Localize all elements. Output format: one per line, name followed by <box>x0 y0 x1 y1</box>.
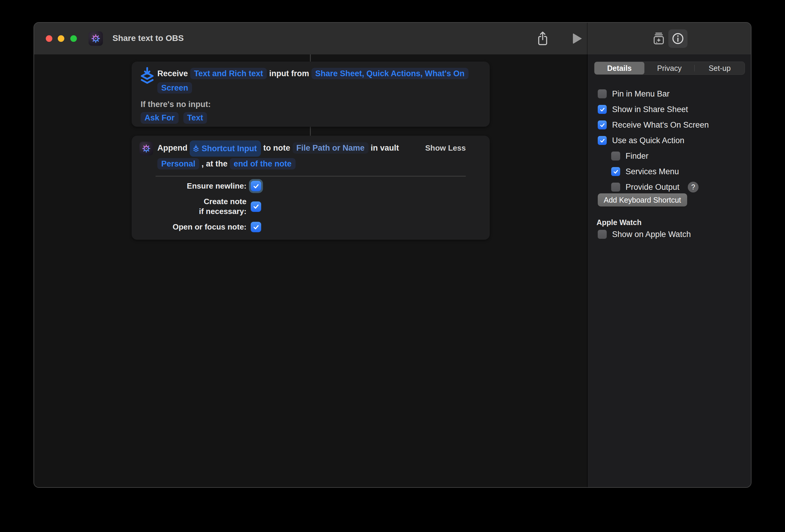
option-label: Show in Share Sheet <box>612 105 688 114</box>
vault-parameter[interactable]: Personal <box>157 158 199 169</box>
details-sidebar: Details Privacy Set-up Pin in Menu Bar S… <box>587 54 751 487</box>
show-on-apple-watch-checkbox[interactable] <box>598 230 607 239</box>
note-path-parameter[interactable]: File Path or Name <box>293 142 369 154</box>
tab-setup[interactable]: Set-up <box>695 62 744 74</box>
shortcuts-window: Share text to OBS <box>33 22 752 488</box>
option-label: Provide Output <box>626 183 679 192</box>
append-action-sentence: Append Shortcut Input to note File Path … <box>157 140 430 171</box>
help-button[interactable]: ? <box>688 182 699 192</box>
action-card-receive[interactable]: Receive Text and Rich text input from Sh… <box>132 61 490 127</box>
play-icon <box>573 33 582 44</box>
shortcut-input-glyph <box>193 145 199 153</box>
option-row-open-note: Open or focus note: <box>132 222 490 232</box>
action-connector-line <box>310 54 311 61</box>
tab-privacy[interactable]: Privacy <box>644 62 694 74</box>
note-position-parameter[interactable]: end of the note <box>230 158 295 169</box>
checkmark-icon <box>600 138 605 143</box>
receive-input-icon <box>140 67 155 86</box>
card-divider <box>156 176 466 177</box>
input-from-text: input from <box>269 69 309 78</box>
gear-icon <box>91 33 101 44</box>
apple-watch-heading: Apple Watch <box>597 218 641 227</box>
append-verb: Append <box>157 143 187 153</box>
no-input-label: If there's no input: <box>141 100 490 109</box>
checkmark-icon <box>253 203 259 210</box>
option-row-whats-on-screen: Receive What's On Screen <box>598 117 747 133</box>
option-label: Create note if necessary: <box>153 197 247 216</box>
option-label: Open or focus note: <box>153 222 247 232</box>
close-button[interactable] <box>46 35 52 42</box>
services-menu-checkbox[interactable] <box>611 167 620 176</box>
append-action-icon <box>140 142 153 155</box>
action-library-button[interactable] <box>649 29 668 48</box>
option-label: Show on Apple Watch <box>612 230 691 239</box>
checkmark-icon <box>253 224 259 231</box>
action-connector-line <box>310 127 311 136</box>
pin-in-menu-bar-checkbox[interactable] <box>598 89 607 98</box>
option-row-create-note: Create note if necessary: <box>132 197 490 216</box>
option-row-ensure-newline: Ensure newline: <box>132 181 490 191</box>
checkmark-icon <box>613 169 619 175</box>
provide-output-checkbox[interactable] <box>611 183 620 192</box>
option-row-pin-menu-bar: Pin in Menu Bar <box>598 86 747 102</box>
share-button[interactable] <box>533 29 552 48</box>
checkmark-icon <box>600 107 605 112</box>
toggle-details-button[interactable] <box>668 29 687 48</box>
option-row-share-sheet: Show in Share Sheet <box>598 102 747 117</box>
open-or-focus-note-checkbox[interactable] <box>251 222 261 232</box>
action-library-icon <box>652 32 666 46</box>
option-row-finder: Finder <box>611 148 747 164</box>
titlebar-divider <box>587 23 587 54</box>
create-note-checkbox[interactable] <box>251 202 261 212</box>
sidebar-tab-bar: Details Privacy Set-up <box>594 61 745 75</box>
add-keyboard-shortcut-button[interactable]: Add Keyboard Shortcut <box>598 193 687 207</box>
option-label: Finder <box>626 152 649 161</box>
shortcut-editor-canvas: Receive Text and Rich text input from Sh… <box>34 54 587 487</box>
checkmark-icon <box>253 183 259 189</box>
show-less-button[interactable]: Show Less <box>425 143 466 153</box>
titlebar: Share text to OBS <box>34 23 751 55</box>
ask-type-parameter[interactable]: Text <box>183 112 207 124</box>
tab-details[interactable]: Details <box>594 62 644 74</box>
info-icon <box>671 32 685 46</box>
shortcut-app-icon <box>88 31 103 46</box>
details-options-list: Pin in Menu Bar Show in Share Sheet Rece… <box>598 86 747 195</box>
receive-action-sentence: Receive Text and Rich text input from Sh… <box>157 66 472 95</box>
in-vault-text: in vault <box>371 143 399 153</box>
to-note-text: to note <box>263 143 290 153</box>
no-input-behavior-parameter[interactable]: Ask For <box>141 112 179 124</box>
receive-whats-on-screen-checkbox[interactable] <box>598 121 607 129</box>
run-shortcut-button[interactable] <box>566 29 586 48</box>
option-row-quick-action: Use as Quick Action <box>598 133 747 148</box>
use-as-quick-action-checkbox[interactable] <box>598 136 607 145</box>
checkmark-icon <box>600 122 605 128</box>
share-icon <box>536 31 549 46</box>
show-in-share-sheet-checkbox[interactable] <box>598 105 607 114</box>
ensure-newline-checkbox[interactable] <box>251 181 261 191</box>
option-row-apple-watch: Show on Apple Watch <box>598 227 691 242</box>
shortcut-input-variable-token[interactable]: Shortcut Input <box>190 140 261 157</box>
option-row-provide-output: Provide Output ? <box>611 179 747 195</box>
minimize-button[interactable] <box>58 35 64 42</box>
window-title: Share text to OBS <box>112 23 184 54</box>
option-label: Receive What's On Screen <box>612 121 709 130</box>
at-the-text: , at the <box>202 159 228 168</box>
receive-verb: Receive <box>157 69 188 78</box>
option-label: Pin in Menu Bar <box>612 89 669 99</box>
gear-icon <box>142 144 151 153</box>
option-label: Services Menu <box>626 167 679 176</box>
zoom-button[interactable] <box>70 35 77 42</box>
action-card-append[interactable]: Show Less Append Shortcut Input to note … <box>132 136 490 240</box>
finder-checkbox[interactable] <box>611 152 620 160</box>
option-label: Use as Quick Action <box>612 136 684 145</box>
option-label: Ensure newline: <box>153 181 247 191</box>
option-row-services-menu: Services Menu <box>611 164 747 179</box>
input-types-parameter[interactable]: Text and Rich text <box>190 68 267 79</box>
